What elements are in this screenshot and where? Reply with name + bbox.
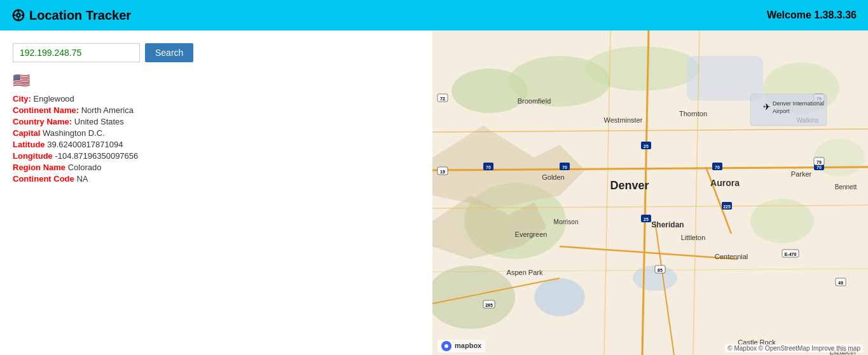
svg-text:Broomfield: Broomfield xyxy=(518,97,551,105)
info-label: Capital xyxy=(13,128,43,138)
info-row: Longitude -104.87196350097656 xyxy=(13,151,420,161)
svg-text:19: 19 xyxy=(440,170,445,174)
info-label: Latitude xyxy=(13,140,47,149)
svg-text:49: 49 xyxy=(838,281,843,285)
svg-text:85: 85 xyxy=(658,268,663,272)
map-attribution: © Mapbox © OpenStreetMap Improve this ma… xyxy=(725,344,863,352)
svg-text:72: 72 xyxy=(440,97,445,101)
svg-text:Centennial: Centennial xyxy=(715,253,748,260)
app-header: Location Tracker Welcome 1.38.3.36 xyxy=(0,0,868,30)
svg-text:Morrison: Morrison xyxy=(554,218,579,225)
svg-point-83 xyxy=(444,344,448,348)
svg-text:70: 70 xyxy=(715,165,720,170)
svg-text:Golden: Golden xyxy=(542,173,564,181)
main-content: Search 🇺🇸 City: EnglewoodContinent Name:… xyxy=(0,30,868,355)
svg-text:225: 225 xyxy=(723,204,731,209)
info-row: Latitude 39.62400817871094 xyxy=(13,140,420,149)
svg-text:Evergreen: Evergreen xyxy=(515,231,548,238)
info-value: North America xyxy=(81,105,134,115)
svg-text:Bennett: Bennett xyxy=(835,184,857,191)
info-row: Region Name Colorado xyxy=(13,163,420,172)
info-value: NA xyxy=(76,174,88,184)
app-title: Location Tracker xyxy=(29,8,131,23)
svg-text:Thornton: Thornton xyxy=(679,110,707,117)
svg-point-16 xyxy=(534,278,585,316)
svg-point-1 xyxy=(17,13,20,17)
mapbox-logo-text: mapbox xyxy=(455,342,481,349)
svg-text:E-470: E-470 xyxy=(785,252,797,257)
svg-text:Sheridan: Sheridan xyxy=(651,220,684,229)
svg-point-9 xyxy=(585,46,699,91)
left-panel: Search 🇺🇸 City: EnglewoodContinent Name:… xyxy=(0,30,432,355)
info-label: Country Name: xyxy=(13,117,74,126)
search-button[interactable]: Search xyxy=(145,43,193,62)
svg-text:79: 79 xyxy=(816,160,822,164)
svg-text:70: 70 xyxy=(486,165,491,170)
mapbox-logo: mapbox xyxy=(437,340,485,352)
info-value: Washington D.C. xyxy=(43,128,105,138)
info-row: Continent Code NA xyxy=(13,174,420,184)
ip-search-input[interactable] xyxy=(13,43,140,62)
info-label: Region Name xyxy=(13,163,68,172)
svg-text:70: 70 xyxy=(562,165,567,170)
info-value: -104.87196350097656 xyxy=(55,151,138,161)
info-label: Continent Name: xyxy=(13,105,81,115)
location-tracker-logo-icon xyxy=(11,8,25,22)
info-label: Continent Code xyxy=(13,174,76,184)
info-row: Continent Name: North America xyxy=(13,105,420,115)
svg-text:25: 25 xyxy=(644,144,649,149)
info-value: United States xyxy=(74,117,124,126)
map-panel[interactable]: 25 25 70 70 70 70 72 19 xyxy=(432,30,868,355)
svg-text:Aspen Park: Aspen Park xyxy=(507,269,543,276)
info-row: Country Name: United States xyxy=(13,117,420,126)
info-label: Longitude xyxy=(13,151,55,161)
info-value: Colorado xyxy=(68,163,102,172)
info-row: City: Englewood xyxy=(13,94,420,104)
location-info-rows: City: EnglewoodContinent Name: North Ame… xyxy=(13,94,420,184)
header-left: Location Tracker xyxy=(11,8,131,23)
welcome-message: Welcome 1.38.3.36 xyxy=(767,10,857,21)
svg-text:285: 285 xyxy=(485,303,493,307)
info-value: 39.62400817871094 xyxy=(47,140,123,149)
svg-text:Airport: Airport xyxy=(773,108,790,114)
svg-text:Aurora: Aurora xyxy=(710,178,740,188)
info-value: Englewood xyxy=(34,94,74,104)
search-row: Search xyxy=(13,43,420,62)
svg-text:Parker: Parker xyxy=(791,170,812,178)
country-flag: 🇺🇸 xyxy=(13,72,420,89)
info-row: Capital Washington D.C. xyxy=(13,128,420,138)
info-label: City: xyxy=(13,94,34,104)
svg-text:Westminster: Westminster xyxy=(604,116,643,124)
map-svg: 25 25 70 70 70 70 72 19 xyxy=(432,30,868,355)
svg-text:Littleton: Littleton xyxy=(681,234,706,241)
svg-text:70: 70 xyxy=(816,165,822,170)
map-container: 25 25 70 70 70 70 72 19 xyxy=(432,30,868,355)
svg-text:Denver: Denver xyxy=(610,179,649,192)
svg-text:Denver International: Denver International xyxy=(773,100,824,107)
svg-text:25: 25 xyxy=(644,217,649,222)
svg-text:✈: ✈ xyxy=(763,102,771,112)
